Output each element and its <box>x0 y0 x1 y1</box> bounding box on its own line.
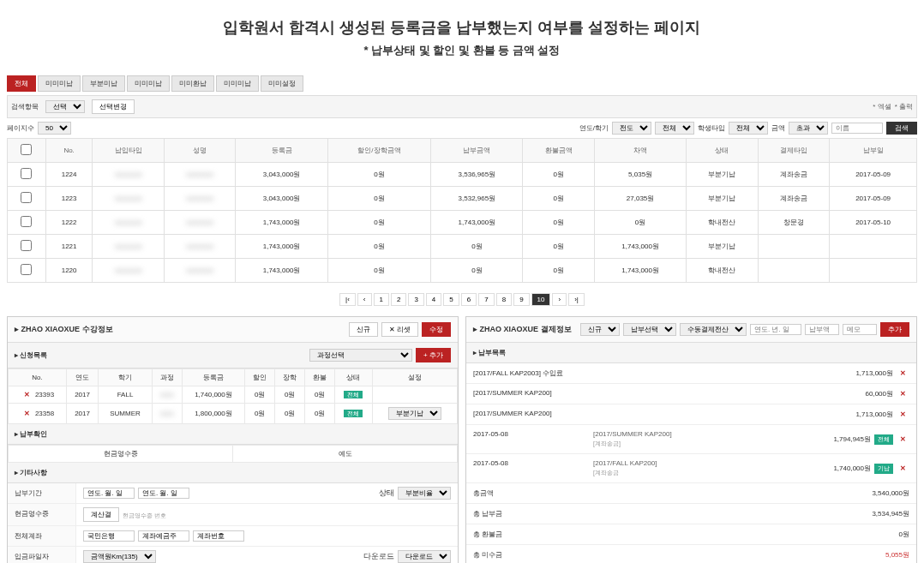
change-button[interactable]: 선택변경 <box>92 99 135 114</box>
type-select[interactable]: 전체 <box>729 122 768 135</box>
payment-detail: [2017/FALL KAP200][계좌송금 <box>593 459 807 477</box>
table-row[interactable]: 1223xxxxxxxxxxxxxxxx3,043,000원0원3,532,96… <box>8 187 917 211</box>
delete-icon[interactable]: ✕ <box>24 391 30 398</box>
tab[interactable]: 미미환납 <box>171 75 214 92</box>
status-badge[interactable]: 전체 <box>344 391 363 398</box>
col-header: 납입타입 <box>93 139 165 163</box>
pay-date-input[interactable] <box>750 324 801 335</box>
inner-cell: 2017 <box>66 404 99 424</box>
bank-value: 예도 <box>233 446 458 463</box>
inner-cell: 0원 <box>305 404 335 424</box>
file-select[interactable]: 금액원Km(135) <box>83 550 156 563</box>
excel-link[interactable]: * 엑셀 <box>873 102 891 111</box>
page-number[interactable]: 4 <box>426 293 441 306</box>
page-number[interactable]: 6 <box>461 293 477 306</box>
tab[interactable]: 전체 <box>7 75 36 92</box>
cell: xxxxxxxx <box>164 211 236 235</box>
table-row[interactable]: 1220xxxxxxxxxxxxxxxx1,743,000원0원0원0원1,74… <box>8 259 917 283</box>
remove-icon[interactable]: ✕ <box>900 464 906 472</box>
remove-icon[interactable]: ✕ <box>900 390 906 398</box>
status-badge[interactable]: 전체 <box>344 410 363 417</box>
inner-col: 과정 <box>152 369 182 386</box>
payment-tag[interactable]: 전체 <box>874 434 893 445</box>
page-next[interactable]: › <box>552 293 567 306</box>
page-number[interactable]: 3 <box>408 293 423 306</box>
bank-number-input[interactable] <box>193 530 244 542</box>
tab[interactable]: 미미미납 <box>216 75 259 92</box>
inner-col: 환불 <box>305 369 335 386</box>
section-apply-title: ▸ 신청목록 <box>15 350 47 360</box>
pay-method-select[interactable]: 수동결제전산 <box>680 323 747 336</box>
delete-icon[interactable]: ✕ <box>24 410 30 417</box>
row-checkbox[interactable] <box>21 264 32 275</box>
print-link[interactable]: * 출력 <box>895 102 913 111</box>
row-checkbox[interactable] <box>21 192 32 203</box>
reset-button[interactable]: ✕ 리셋 <box>381 322 418 337</box>
page-number[interactable]: 8 <box>496 293 512 306</box>
left-panel-title: ▸ ZHAO XIAOXUE 수강정보 <box>15 324 113 335</box>
filter-select[interactable]: 선택 <box>45 100 85 113</box>
page-number[interactable]: 10 <box>531 293 551 306</box>
page-prev[interactable]: |‹ <box>339 293 356 306</box>
amount-select[interactable]: 초과 <box>789 122 828 135</box>
inner-cell: 0원 <box>305 386 335 404</box>
page-number[interactable]: 1 <box>374 293 389 306</box>
remove-icon[interactable]: ✕ <box>900 369 906 377</box>
page-number[interactable]: 2 <box>391 293 406 306</box>
cell <box>8 163 46 187</box>
cell: 1,743,000원 <box>595 259 687 283</box>
course-select[interactable]: 과정선택 <box>309 349 412 362</box>
year-all-select[interactable]: 전체 <box>655 122 694 135</box>
pay-type-select[interactable]: 납부선택 <box>623 323 676 336</box>
table-row[interactable]: 1224xxxxxxxxxxxxxxxx3,043,000원0원3,536,96… <box>8 163 917 187</box>
pagesize-select[interactable]: 50 <box>38 122 71 135</box>
select-all-checkbox[interactable] <box>21 144 32 155</box>
edit-button[interactable]: 수정 <box>422 322 451 337</box>
pay-new-select[interactable]: 신규 <box>580 323 620 336</box>
page-prev[interactable]: ‹ <box>357 293 372 306</box>
row-checkbox[interactable] <box>21 216 32 227</box>
pay-amount-input[interactable] <box>805 324 839 335</box>
cell: 27,035원 <box>595 187 687 211</box>
payment-detail: [2017/SUMMER KAP200][계좌송금] <box>593 430 807 448</box>
col-header <box>8 139 46 163</box>
pay-add-button[interactable]: 추가 <box>880 322 909 337</box>
download-select[interactable]: 다운로드 <box>398 550 451 563</box>
inner-col: No. <box>9 369 67 386</box>
page-number[interactable]: 7 <box>478 293 494 306</box>
new-button[interactable]: 신규 <box>349 322 378 337</box>
row-checkbox[interactable] <box>21 168 32 179</box>
period-from-input[interactable] <box>83 488 135 499</box>
add-course-button[interactable]: + 추가 <box>416 348 451 362</box>
tab[interactable]: 부분미납 <box>82 75 125 92</box>
period-setting-select[interactable]: 부분비율 <box>398 487 451 500</box>
pay-memo-input[interactable] <box>843 324 877 335</box>
table-row[interactable]: 1221xxxxxxxxxxxxxxxx1,743,000원0원0원0원1,74… <box>8 235 917 259</box>
page-next[interactable]: ›| <box>568 293 585 306</box>
remove-icon[interactable]: ✕ <box>900 435 906 443</box>
table-row[interactable]: 1222xxxxxxxxxxxxxxxx1,743,000원0원1,743,00… <box>8 211 917 235</box>
cell: 계좌송금 <box>758 187 830 211</box>
summary-row: 총 환불금0원 <box>466 524 916 545</box>
cell: 0원 <box>595 211 687 235</box>
col-header: 성명 <box>164 139 236 163</box>
tab[interactable]: 미미설정 <box>261 75 303 92</box>
bank-holder-input[interactable] <box>138 530 189 542</box>
period-to-input[interactable] <box>138 488 189 499</box>
tab[interactable]: 미미미납 <box>38 75 81 92</box>
search-input[interactable] <box>831 123 883 134</box>
tab[interactable]: 미미미납 <box>127 75 170 92</box>
search-button[interactable]: 검색 <box>886 122 917 135</box>
year-select[interactable]: 전도 <box>612 122 651 135</box>
inner-cell: 0원 <box>275 404 305 424</box>
remove-icon[interactable]: ✕ <box>900 410 906 418</box>
page-number[interactable]: 9 <box>513 293 529 306</box>
payment-tag[interactable]: 기납 <box>874 464 893 474</box>
page-subtitle: * 납부상태 및 할인 및 환불 등 금액 설정 <box>0 43 924 58</box>
bank-name-input[interactable] <box>83 530 135 542</box>
row-checkbox[interactable] <box>21 240 32 251</box>
cell: 0원 <box>523 259 595 283</box>
setting-select[interactable]: 부분기납 <box>388 407 441 420</box>
cash-calc-button[interactable]: 계산결 <box>83 507 119 522</box>
page-number[interactable]: 5 <box>443 293 459 306</box>
